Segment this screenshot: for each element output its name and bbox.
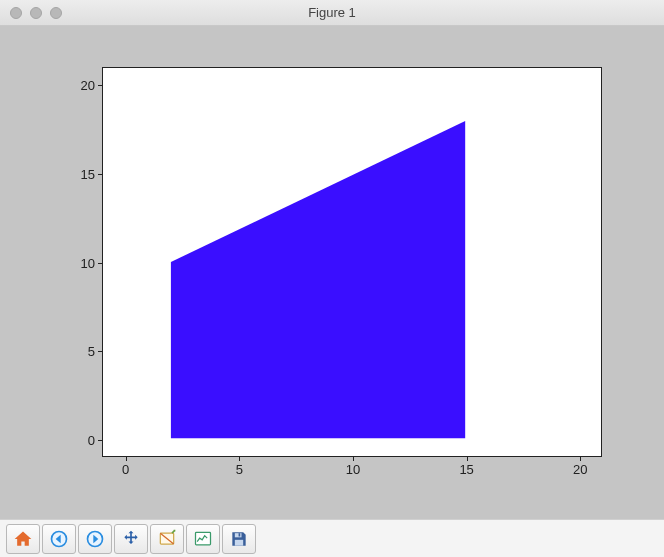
close-window-button[interactable] — [10, 7, 22, 19]
traffic-lights — [0, 7, 62, 19]
subplots-button[interactable] — [186, 524, 220, 554]
minimize-window-button[interactable] — [30, 7, 42, 19]
zoom-button[interactable] — [150, 524, 184, 554]
subplots-icon — [193, 529, 213, 549]
svg-marker-0 — [171, 120, 465, 437]
zoom-icon — [157, 529, 177, 549]
zoom-window-button[interactable] — [50, 7, 62, 19]
forward-button[interactable] — [78, 524, 112, 554]
pan-button[interactable] — [114, 524, 148, 554]
pan-icon — [121, 529, 141, 549]
back-icon — [49, 529, 69, 549]
forward-icon — [85, 529, 105, 549]
matplotlib-toolbar — [0, 519, 664, 557]
filled-polygon — [103, 68, 601, 456]
save-button[interactable] — [222, 524, 256, 554]
window-title: Figure 1 — [0, 5, 664, 20]
svg-rect-5 — [235, 533, 242, 537]
figure-area: 0510152005101520 — [0, 26, 664, 519]
home-button[interactable] — [6, 524, 40, 554]
svg-rect-6 — [235, 539, 243, 545]
svg-rect-7 — [239, 533, 241, 536]
axes: 0510152005101520 — [102, 67, 602, 457]
figure-canvas[interactable]: 0510152005101520 — [22, 43, 642, 503]
home-icon — [13, 529, 33, 549]
save-icon — [229, 529, 249, 549]
window-titlebar: Figure 1 — [0, 0, 664, 26]
back-button[interactable] — [42, 524, 76, 554]
